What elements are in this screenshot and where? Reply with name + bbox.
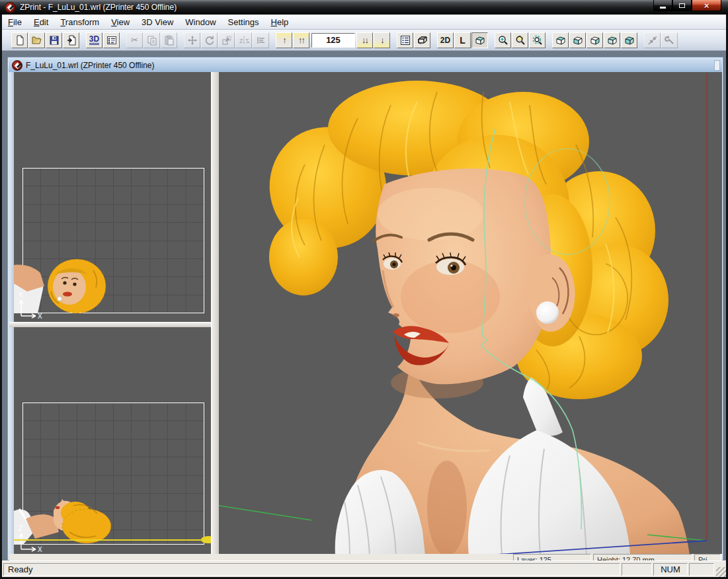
2d-view-icon: 2D: [440, 36, 450, 44]
window-controls: ×: [653, 0, 721, 11]
mdi-area: F_LuLu_01.wrl (ZPrinter 450 Offline): [2, 51, 726, 560]
maximize-button[interactable]: [672, 0, 692, 11]
copy-button: [143, 32, 160, 48]
view-cube-all-button[interactable]: [621, 32, 637, 48]
mirror-icon: ZZ: [239, 35, 249, 46]
zoom-in-icon: [498, 35, 508, 46]
3d-print-setup-icon: 3D: [89, 35, 99, 45]
menu-file[interactable]: File: [2, 16, 28, 28]
status-cell-empty1: [622, 563, 652, 576]
menu-bar: FileEditTransformView3D ViewWindowSettin…: [2, 15, 726, 30]
cut-scissors-icon: ✂: [131, 35, 138, 45]
print-setup-button[interactable]: [103, 32, 120, 48]
scale-icon: [222, 35, 232, 46]
zoom-window-icon: [515, 35, 526, 46]
layer-view-button[interactable]: L: [454, 32, 471, 48]
vertical-splitter[interactable]: [211, 72, 219, 554]
viewport-3d[interactable]: [219, 72, 722, 554]
maximize-icon: [679, 3, 685, 8]
pane-edge: [9, 72, 14, 560]
close-button[interactable]: ×: [692, 0, 721, 11]
menu-window[interactable]: Window: [179, 16, 222, 28]
svg-text:Z: Z: [245, 38, 249, 44]
menu-edit[interactable]: Edit: [28, 16, 54, 28]
svg-text:Z: Z: [19, 525, 22, 532]
layer-report-button[interactable]: [397, 32, 413, 48]
cube-side-icon: [589, 35, 601, 46]
svg-text:X: X: [38, 546, 42, 553]
document-control-clipped: [714, 60, 720, 71]
document-title-bar[interactable]: F_LuLu_01.wrl (ZPrinter 450 Offline): [9, 58, 722, 72]
viewport-side[interactable]: Z X: [14, 327, 211, 555]
axis-indicator-side: Z X: [16, 524, 42, 553]
document-icon: [12, 60, 22, 71]
zoom-window-button[interactable]: [512, 32, 528, 48]
print-setup-icon: [106, 35, 117, 46]
paste-button: [161, 32, 177, 48]
save-file-button[interactable]: [46, 32, 62, 48]
import-icon: [66, 35, 77, 46]
document-window: F_LuLu_01.wrl (ZPrinter 450 Offline): [7, 57, 723, 560]
layer-number-field[interactable]: [311, 33, 355, 48]
view-cube-iso-button[interactable]: [604, 32, 620, 48]
double-arrow-up-icon: ↑↑: [298, 36, 304, 44]
layer-down-button[interactable]: ↓: [374, 32, 390, 48]
scale-button: [218, 32, 235, 48]
document-body: Y X: [9, 72, 722, 560]
menu-settings[interactable]: Settings: [222, 16, 265, 28]
layer-bottom-button[interactable]: ↓↓: [356, 32, 373, 48]
document-status-strip: Layer: 125 Height: 12.70 mm Pri: [9, 554, 722, 560]
print-cell: Pri: [694, 554, 721, 560]
tools-button: [661, 32, 678, 48]
layer-top-button[interactable]: ↑↑: [293, 32, 309, 48]
open-file-button[interactable]: [28, 32, 45, 48]
3d-print-setup-button[interactable]: 3D: [86, 32, 102, 48]
3d-view-button[interactable]: [471, 32, 488, 48]
rotate-button: [201, 32, 218, 48]
menu-transform[interactable]: Transform: [54, 16, 105, 28]
minimize-icon: [660, 7, 666, 9]
layer-cell: Layer: 125: [513, 554, 591, 560]
paste-clipboard-icon: [164, 35, 175, 46]
svg-text:Y: Y: [19, 291, 23, 299]
2d-view-button[interactable]: 2D: [437, 32, 454, 48]
status-message: Ready: [3, 563, 620, 576]
cube-front-icon: [572, 35, 584, 46]
menu-view[interactable]: View: [105, 16, 136, 28]
axis-indicator-front: Y X: [16, 291, 42, 320]
translate-button: [184, 32, 200, 48]
cube-all-icon: [624, 35, 635, 46]
menu-3d-view[interactable]: 3D View: [136, 16, 179, 28]
3d-box-icon: [474, 35, 486, 46]
resize-grip[interactable]: [716, 567, 726, 577]
minimize-button[interactable]: [653, 0, 672, 11]
bounding-box-button[interactable]: [414, 32, 430, 48]
collision-icon: [647, 35, 658, 46]
new-file-icon: [15, 35, 25, 46]
import-file-button[interactable]: [63, 32, 79, 48]
zprint-window: ZPrint - F_LuLu_01.wrl (ZPrinter 450 Off…: [0, 0, 728, 579]
menu-help[interactable]: Help: [265, 16, 295, 28]
view-cube-side-button[interactable]: [586, 32, 603, 48]
zoom-in-button[interactable]: [495, 32, 511, 48]
svg-text:Z: Z: [239, 38, 243, 44]
model-3d-render: [219, 72, 722, 554]
zoom-extents-icon: [532, 35, 543, 46]
view-cube-top-button[interactable]: [552, 32, 569, 48]
move-arrows-icon: [187, 35, 198, 46]
title-bar[interactable]: ZPrint - F_LuLu_01.wrl (ZPrinter 450 Off…: [0, 0, 728, 15]
wireframe-box-icon: [417, 35, 428, 46]
window-title: ZPrint - F_LuLu_01.wrl (ZPrinter 450 Off…: [20, 3, 177, 12]
layer-line-handle[interactable]: [201, 536, 211, 543]
save-floppy-icon: [49, 35, 60, 46]
view-cube-front-button[interactable]: [569, 32, 586, 48]
copy-icon: [147, 35, 157, 46]
cut-button: ✂: [126, 32, 143, 48]
new-file-button[interactable]: [11, 32, 28, 48]
horizontal-splitter[interactable]: [9, 322, 216, 327]
zoom-extents-button[interactable]: [529, 32, 546, 48]
viewport-front[interactable]: Y X: [14, 72, 211, 322]
layer-up-button[interactable]: ↑: [276, 32, 292, 48]
close-icon: ×: [704, 1, 709, 10]
status-cell-empty2: [689, 563, 714, 576]
